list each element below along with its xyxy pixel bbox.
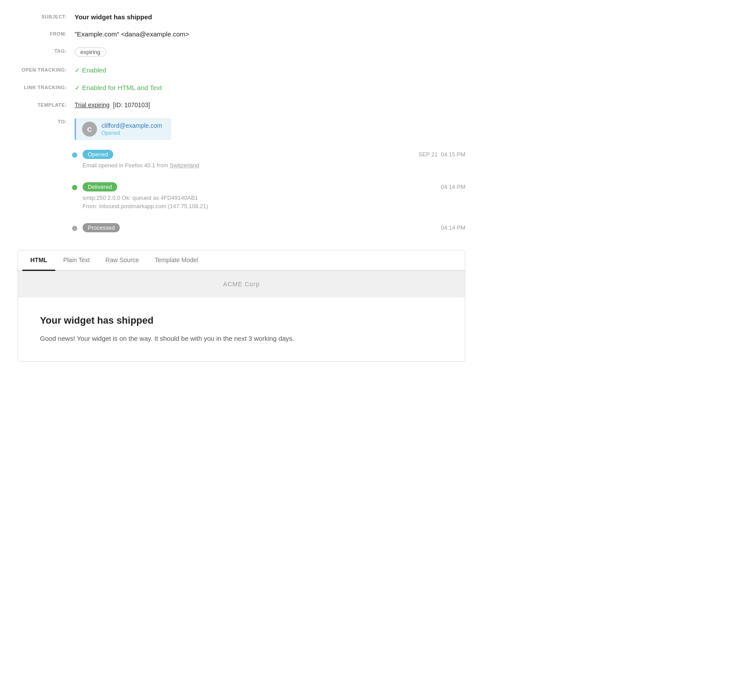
preview-title: Your widget has shipped bbox=[40, 315, 443, 326]
tabs-section: HTML Plain Text Raw Source Template Mode… bbox=[18, 250, 465, 362]
badge-opened: Opened bbox=[83, 150, 113, 159]
preview-text: Good news! Your widget is on the way. It… bbox=[40, 333, 443, 344]
badge-processed: Processed bbox=[83, 223, 120, 232]
timeline-header-opened: Opened SEP 21 04:15 PM bbox=[83, 150, 465, 159]
tab-plain-text[interactable]: Plain Text bbox=[55, 250, 97, 271]
timeline-item-delivered: Delivered 04:14 PM smtp;250 2.0.0 Ok: qu… bbox=[83, 182, 465, 211]
timeline-desc-delivered: smtp;250 2.0.0 Ok: queued as 4FD49140AB1… bbox=[83, 194, 465, 211]
tab-html[interactable]: HTML bbox=[22, 250, 55, 271]
template-value: Trial expiring [ID: 1070103] bbox=[75, 101, 150, 108]
recipient-status: Opened bbox=[101, 130, 162, 136]
timeline-item-content-delivered: Delivered 04:14 PM smtp;250 2.0.0 Ok: qu… bbox=[83, 182, 465, 211]
to-label: TO: bbox=[18, 118, 75, 124]
timeline-time-delivered: 04:14 PM bbox=[441, 184, 465, 190]
link-tracking-label: LINK TRACKING: bbox=[18, 84, 75, 90]
avatar: C bbox=[82, 122, 97, 137]
company-name: ACME Corp bbox=[223, 281, 260, 288]
subject-row: SUBJECT: Your widget has shipped bbox=[18, 13, 465, 21]
timeline-item-content-opened: Opened SEP 21 04:15 PM Email opened in F… bbox=[83, 150, 465, 170]
timeline-header-delivered: Delivered 04:14 PM bbox=[83, 182, 465, 191]
timeline-item-content-processed: Processed 04:14 PM bbox=[83, 223, 465, 232]
open-tracking-value: ✓Enabled bbox=[75, 66, 106, 74]
timeline-dot-processed bbox=[72, 226, 77, 231]
from-label: FROM: bbox=[18, 30, 75, 36]
timeline-item-opened: Opened SEP 21 04:15 PM Email opened in F… bbox=[83, 150, 465, 170]
timeline-header-processed: Processed 04:14 PM bbox=[83, 223, 465, 232]
link-tracking-row: LINK TRACKING: ✓Enabled for HTML and Tex… bbox=[18, 84, 465, 92]
tag-pill[interactable]: expiring bbox=[75, 47, 106, 57]
tab-template-model[interactable]: Template Model bbox=[147, 250, 206, 271]
to-section: C clifford@example.com Opened bbox=[75, 118, 171, 140]
subject-value: Your widget has shipped bbox=[75, 13, 152, 21]
timeline: Opened SEP 21 04:15 PM Email opened in F… bbox=[75, 150, 465, 232]
tag-label: TAG: bbox=[18, 47, 75, 54]
badge-delivered: Delivered bbox=[83, 182, 117, 191]
template-row: TEMPLATE: Trial expiring [ID: 1070103] bbox=[18, 101, 465, 108]
timeline-desc-opened: Email opened in Firefox 40.1 from Switze… bbox=[83, 161, 465, 170]
timeline-time-processed: 04:14 PM bbox=[441, 224, 465, 231]
tab-content: ACME Corp Your widget has shipped Good n… bbox=[18, 271, 465, 361]
check-icon-link: ✓ bbox=[75, 84, 80, 91]
from-row: FROM: "Example.com" <dana@example.com> bbox=[18, 30, 465, 38]
from-value: "Example.com" <dana@example.com> bbox=[75, 30, 189, 38]
template-label: TEMPLATE: bbox=[18, 101, 75, 108]
open-tracking-label: OPEN TRACKING: bbox=[18, 66, 75, 72]
timeline-date-opened: SEP 21 04:15 PM bbox=[418, 151, 465, 158]
subject-label: SUBJECT: bbox=[18, 13, 75, 19]
recipient-info: clifford@example.com Opened bbox=[101, 122, 162, 136]
check-icon: ✓ bbox=[75, 66, 80, 74]
timeline-dot-opened bbox=[72, 152, 77, 158]
recipient-card[interactable]: C clifford@example.com Opened bbox=[75, 118, 171, 140]
timeline-dot-delivered bbox=[72, 185, 77, 190]
tag-row: TAG: expiring bbox=[18, 47, 465, 57]
link-tracking-value: ✓Enabled for HTML and Text bbox=[75, 84, 162, 92]
tabs-header: HTML Plain Text Raw Source Template Mode… bbox=[18, 250, 465, 271]
tab-raw-source[interactable]: Raw Source bbox=[97, 250, 147, 271]
switzerland-link[interactable]: Switzerland bbox=[170, 162, 199, 169]
email-detail: SUBJECT: Your widget has shipped FROM: "… bbox=[0, 0, 483, 375]
email-preview-body: Your widget has shipped Good news! Your … bbox=[18, 297, 465, 361]
email-preview-header: ACME Corp bbox=[18, 271, 465, 297]
open-tracking-row: OPEN TRACKING: ✓Enabled bbox=[18, 66, 465, 74]
recipient-email[interactable]: clifford@example.com bbox=[101, 122, 162, 129]
template-link[interactable]: Trial expiring bbox=[75, 101, 110, 108]
template-id: [ID: 1070103] bbox=[113, 101, 150, 108]
to-row: TO: C clifford@example.com Opened bbox=[18, 118, 465, 140]
timeline-item-processed: Processed 04:14 PM bbox=[83, 223, 465, 232]
